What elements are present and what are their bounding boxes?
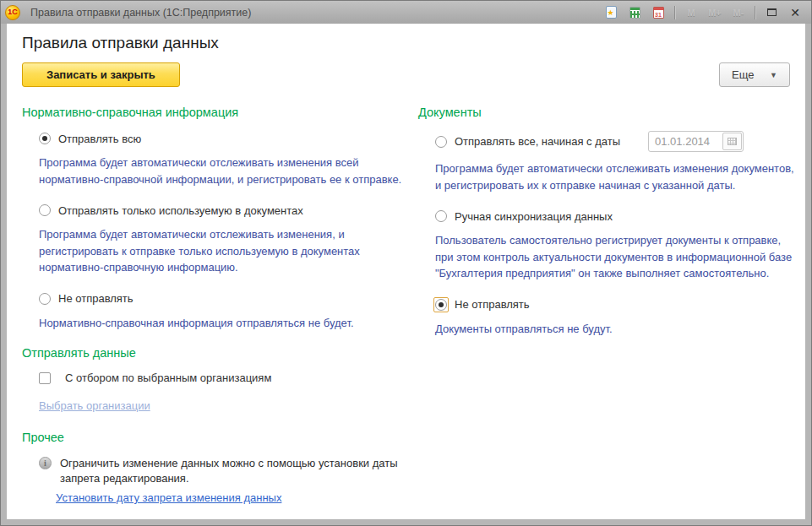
hint-send-all-nsi: Программа будет автоматически отслеживат… — [39, 155, 404, 187]
hint-send-all-docs: Программа будет автоматически отслеживат… — [435, 160, 796, 193]
titlebar-separator — [755, 6, 755, 19]
section-header-documents: Документы — [418, 106, 796, 119]
favorites-icon — [606, 6, 617, 19]
titlebar-separator — [674, 6, 675, 19]
radio-label: Не отправлять — [58, 292, 134, 305]
radio-label: Отправлять всю — [58, 133, 141, 145]
radio-label: Отправлять только используемую в докумен… — [58, 204, 303, 217]
window-title: Правила отправки данных (1С:Предприятие) — [30, 7, 602, 19]
titlebar: 1C Правила отправки данных (1С:Предприят… — [1, 1, 811, 24]
maximize-button[interactable] — [762, 4, 781, 21]
focus-outline — [433, 297, 449, 312]
memory-subtract-button[interactable]: M- — [729, 4, 748, 21]
radio-icon[interactable] — [39, 133, 51, 144]
checkbox-icon[interactable] — [39, 372, 51, 384]
calculator-icon — [629, 7, 640, 19]
radio-icon[interactable] — [435, 210, 447, 222]
radio-icon[interactable] — [39, 293, 51, 305]
radio-label: Не отправлять — [455, 298, 530, 311]
1c-logo-icon: 1C — [5, 5, 20, 20]
radio-option-send-all-docs[interactable]: Отправлять все, начиная с даты — [435, 131, 796, 152]
radio-icon[interactable] — [435, 299, 447, 311]
hint-no-send-docs: Документы отправляться не будут. — [435, 321, 796, 338]
form-client-area: Правила отправки данных Записать и закры… — [7, 24, 805, 519]
start-date-field-group — [648, 131, 744, 152]
hint-no-send-nsi: Нормативно-справочная информация отправл… — [39, 315, 404, 332]
more-button-label: Еще — [732, 68, 754, 81]
checkbox-label: С отбором по выбранным организациям — [65, 371, 271, 384]
calendar-button[interactable] — [649, 4, 668, 21]
radio-option-send-used-nsi[interactable]: Отправлять только используемую в докумен… — [39, 203, 411, 218]
form-columns: Нормативно-справочная информация Отправл… — [22, 99, 796, 505]
date-picker-button[interactable] — [722, 133, 742, 150]
form-toolbar: Записать и закрыть Еще ▼ — [22, 62, 790, 87]
save-and-close-button[interactable]: Записать и закрыть — [22, 62, 180, 87]
close-button[interactable]: ✕ — [786, 4, 804, 21]
hint-send-used-nsi: Программа будет автоматически отслеживат… — [39, 226, 404, 276]
column-documents: Документы Отправлять все, начиная с даты… — [411, 99, 796, 352]
checkbox-filter-by-orgs[interactable]: С отбором по выбранным организациям — [39, 371, 411, 384]
section-header-send-data: Отправлять данные — [22, 346, 411, 360]
radio-icon[interactable] — [435, 136, 447, 148]
set-restriction-date-link[interactable]: Установить дату запрета изменения данных — [56, 491, 281, 504]
section-header-nsi: Нормативно-справочная информация — [22, 106, 411, 119]
memory-recall-button[interactable]: M — [682, 4, 700, 21]
info-text: Ограничить изменение данных можно с помо… — [60, 456, 411, 486]
titlebar-tools: M M+ M- ✕ — [602, 4, 804, 21]
column-reference-info: Нормативно-справочная информация Отправл… — [22, 99, 411, 505]
calendar-icon — [653, 7, 664, 19]
select-organizations-link[interactable]: Выбрать организации — [39, 399, 150, 412]
radio-option-no-send-docs[interactable]: Не отправлять — [435, 297, 796, 312]
calendar-grid-icon — [728, 138, 737, 145]
start-date-input[interactable] — [650, 133, 722, 150]
radio-icon[interactable] — [39, 204, 51, 216]
app-window: 1C Правила отправки данных (1С:Предприят… — [0, 0, 812, 526]
section-header-other: Прочее — [22, 431, 411, 444]
close-icon: ✕ — [790, 7, 800, 19]
more-button[interactable]: Еще ▼ — [719, 62, 790, 87]
maximize-icon — [767, 8, 777, 16]
chevron-down-icon: ▼ — [770, 71, 777, 79]
info-icon: i — [39, 457, 52, 469]
page-title: Правила отправки данных — [22, 34, 796, 52]
hint-manual-sync: Пользователь самостоятельно регистрирует… — [435, 232, 796, 282]
radio-label: Отправлять все, начиная с даты — [455, 135, 620, 148]
info-row: i Ограничить изменение данных можно с по… — [39, 456, 411, 486]
favorites-button[interactable] — [602, 4, 620, 21]
memory-add-button[interactable]: M+ — [706, 4, 724, 21]
radio-option-no-send-nsi[interactable]: Не отправлять — [39, 291, 411, 306]
radio-label: Ручная синхронизация данных — [455, 210, 613, 223]
radio-option-send-all-nsi[interactable]: Отправлять всю — [39, 131, 411, 146]
radio-option-manual-sync[interactable]: Ручная синхронизация данных — [435, 209, 796, 224]
calculator-button[interactable] — [625, 4, 644, 21]
